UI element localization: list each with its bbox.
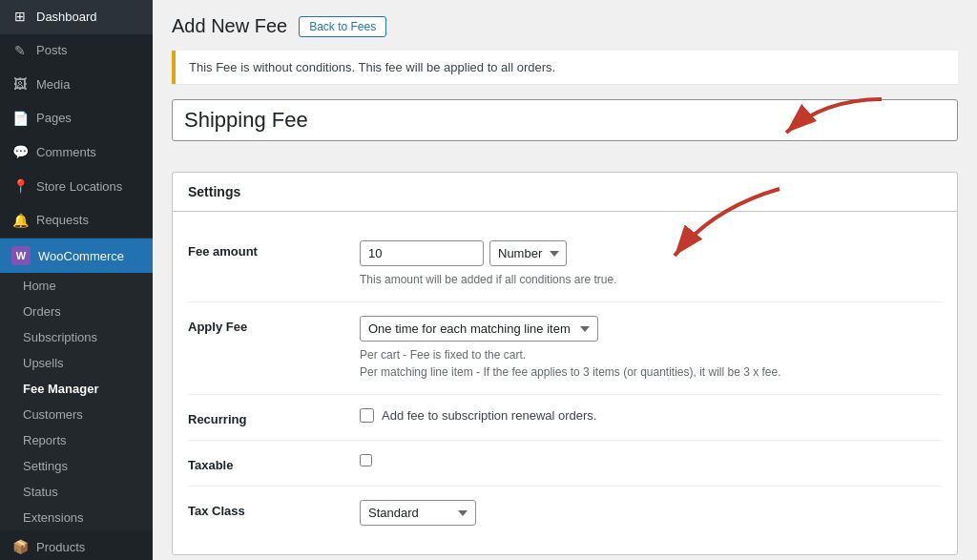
- apply-fee-desc: Per cart - Fee is fixed to the cart. Per…: [360, 346, 942, 381]
- tax-class-row: Tax Class Standard Reduced Rate Zero Rat…: [188, 487, 942, 539]
- sidebar-item-requests[interactable]: 🔔 Requests: [0, 204, 153, 239]
- sidebar-item-status[interactable]: Status: [0, 479, 153, 505]
- sidebar-item-posts[interactable]: ✎ Posts: [0, 34, 153, 69]
- sidebar-item-settings[interactable]: Settings: [0, 453, 153, 479]
- back-to-fees-button[interactable]: Back to Fees: [299, 16, 386, 37]
- sidebar: ⊞ Dashboard ✎ Posts 🖼 Media 📄 Pages 💬 Co…: [0, 0, 153, 560]
- sidebar-item-customers[interactable]: Customers: [0, 402, 153, 427]
- dashboard-icon: ⊞: [11, 8, 29, 27]
- sidebar-item-media[interactable]: 🖼 Media: [0, 68, 153, 102]
- posts-icon: ✎: [11, 42, 29, 61]
- requests-icon: 🔔: [11, 212, 29, 231]
- sidebar-item-fee-manager[interactable]: Fee Manager: [0, 376, 153, 402]
- sidebar-item-pages[interactable]: 📄 Pages: [0, 102, 153, 136]
- taxable-checkbox[interactable]: [360, 454, 372, 467]
- apply-fee-content: One time for each matching line item Per…: [360, 316, 942, 381]
- sidebar-item-home[interactable]: Home: [0, 273, 153, 299]
- sidebar-item-dashboard[interactable]: ⊞ Dashboard: [0, 0, 153, 34]
- media-icon: 🖼: [11, 75, 29, 94]
- products-icon: 📦: [11, 538, 29, 557]
- recurring-row: Recurring Add fee to subscription renewa…: [188, 395, 942, 441]
- taxable-label: Taxable: [188, 454, 341, 472]
- sidebar-item-orders[interactable]: Orders: [0, 299, 153, 324]
- sidebar-item-subscriptions[interactable]: Subscriptions: [0, 324, 153, 350]
- woocommerce-icon: W: [11, 246, 31, 265]
- fee-name-input[interactable]: [172, 99, 958, 141]
- fee-amount-label: Fee amount: [188, 240, 341, 259]
- settings-body: Fee amount Number Percent This amount wi…: [173, 212, 957, 554]
- sidebar-item-store-locations[interactable]: 📍 Store Locations: [0, 170, 153, 204]
- recurring-label: Recurring: [188, 408, 341, 426]
- fee-amount-desc: This amount will be added if all conditi…: [360, 271, 942, 288]
- fee-amount-inputs: Number Percent: [360, 240, 942, 266]
- woocommerce-header[interactable]: W WooCommerce: [0, 239, 153, 273]
- sidebar-item-products[interactable]: 📦 Products: [0, 530, 153, 560]
- comments-icon: 💬: [11, 143, 29, 162]
- main-content: Add New Fee Back to Fees This Fee is wit…: [153, 0, 977, 560]
- recurring-content: Add fee to subscription renewal orders.: [360, 408, 942, 423]
- fee-amount-input[interactable]: [360, 240, 484, 266]
- settings-header: Settings: [173, 173, 957, 212]
- page-title: Add New Fee: [172, 15, 287, 37]
- tax-class-select[interactable]: Standard Reduced Rate Zero Rate: [360, 500, 476, 526]
- apply-fee-row: Apply Fee One time for each matching lin…: [188, 302, 942, 395]
- fee-type-select[interactable]: Number Percent: [489, 240, 567, 266]
- taxable-row: Taxable: [188, 441, 942, 487]
- sidebar-item-reports[interactable]: Reports: [0, 427, 153, 453]
- tax-class-content: Standard Reduced Rate Zero Rate: [360, 500, 942, 526]
- tax-class-label: Tax Class: [188, 500, 341, 518]
- fee-amount-content: Number Percent This amount will be added…: [360, 240, 942, 288]
- apply-fee-label: Apply Fee: [188, 316, 341, 334]
- fee-name-container: [172, 99, 958, 156]
- alert-notice: This Fee is without conditions. This fee…: [172, 51, 958, 84]
- recurring-checkbox[interactable]: [360, 408, 374, 423]
- woocommerce-section: W WooCommerce Home Orders Subscriptions …: [0, 238, 153, 530]
- store-locations-icon: 📍: [11, 177, 29, 197]
- taxable-content: [360, 454, 942, 469]
- settings-box: Settings Fee amount Number Percent: [172, 172, 958, 555]
- pages-icon: 📄: [11, 110, 29, 129]
- sidebar-item-upsells[interactable]: Upsells: [0, 350, 153, 376]
- recurring-checkbox-label: Add fee to subscription renewal orders.: [382, 408, 596, 423]
- fee-amount-row: Fee amount Number Percent This amount wi…: [188, 227, 942, 302]
- apply-fee-select[interactable]: One time for each matching line item Per…: [360, 316, 598, 342]
- fee-amount-section: Fee amount Number Percent This amount wi…: [188, 227, 942, 302]
- sidebar-item-extensions[interactable]: Extensions: [0, 505, 153, 530]
- sidebar-item-comments[interactable]: 💬 Comments: [0, 135, 153, 170]
- recurring-checkbox-row: Add fee to subscription renewal orders.: [360, 408, 942, 423]
- page-header: Add New Fee Back to Fees: [172, 15, 958, 37]
